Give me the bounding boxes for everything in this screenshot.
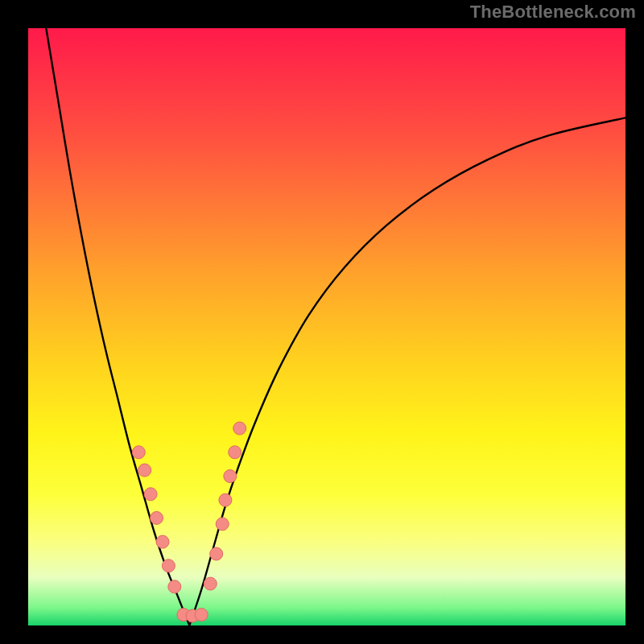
data-point	[151, 511, 163, 524]
data-point	[132, 446, 145, 459]
data-point	[144, 488, 157, 501]
bottleneck-curve	[46, 28, 625, 625]
data-point	[156, 535, 169, 548]
data-point	[233, 422, 246, 435]
data-point	[224, 470, 237, 483]
watermark-text: TheBottleneck.com	[470, 2, 636, 23]
chart-svg	[28, 28, 625, 625]
data-point	[162, 559, 175, 572]
data-point	[216, 518, 229, 530]
data-point	[195, 609, 208, 621]
data-point	[219, 493, 232, 506]
curve-left-branch	[46, 28, 189, 625]
data-points	[132, 422, 246, 622]
data-point	[229, 446, 242, 459]
data-point	[168, 580, 181, 593]
data-point	[138, 464, 151, 477]
data-point	[210, 547, 223, 560]
data-point	[204, 577, 217, 590]
chart-frame: TheBottleneck.com	[0, 0, 644, 644]
gradient-plot-area	[28, 28, 625, 625]
curve-right-branch	[189, 118, 625, 625]
